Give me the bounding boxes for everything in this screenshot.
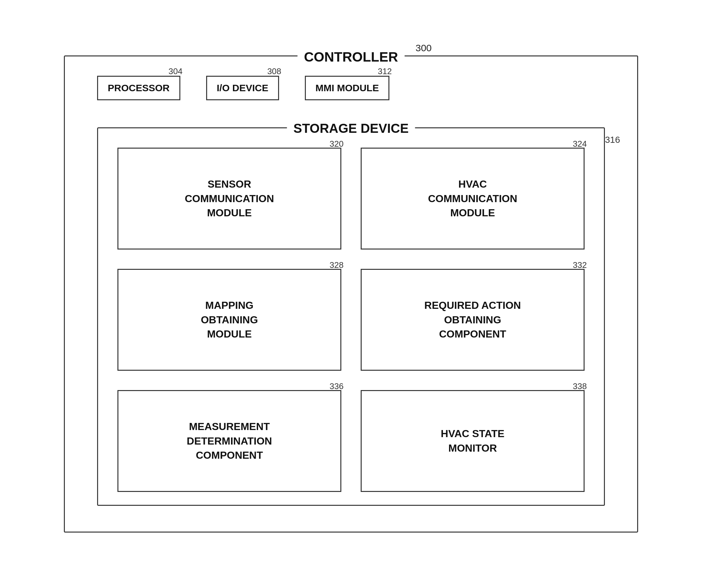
mmi-module-ref: 312 <box>378 66 392 77</box>
storage-label: STORAGE DEVICE <box>287 121 415 136</box>
storage-ref: 316 <box>605 135 620 145</box>
io-device-label: I/O DEVICE <box>217 83 268 93</box>
io-device-ref: 308 <box>267 66 281 77</box>
hvac-comm-module-box: 324 HVACCOMMUNICATIONMODULE <box>361 148 585 250</box>
diagram: 300 CONTROLLER 304 PROCESSOR 308 I/O DEV… <box>44 36 658 552</box>
sensor-comm-ref: 320 <box>330 139 344 149</box>
ref-300: 300 <box>416 42 432 53</box>
sensor-comm-label: SENSORCOMMUNICATIONMODULE <box>185 177 274 220</box>
measurement-determination-label: MEASUREMENTDETERMINATIONCOMPONENT <box>187 419 272 463</box>
measurement-determination-ref: 336 <box>330 381 344 391</box>
processor-box: 304 PROCESSOR <box>97 76 180 100</box>
io-device-box: 308 I/O DEVICE <box>206 76 279 100</box>
hvac-comm-label: HVACCOMMUNICATIONMODULE <box>428 177 517 220</box>
mapping-obtaining-label: MAPPINGOBTAININGMODULE <box>201 298 258 341</box>
required-action-ref: 332 <box>573 260 587 270</box>
processor-label: PROCESSOR <box>108 83 170 93</box>
hvac-state-module-box: 338 HVAC STATEMONITOR <box>361 390 585 492</box>
hvac-state-label: HVAC STATEMONITOR <box>441 427 504 455</box>
storage-device-box: STORAGE DEVICE 316 320 SENSORCOMMUNICATI… <box>97 127 605 506</box>
hvac-comm-ref: 324 <box>573 139 587 149</box>
required-action-module-box: 332 REQUIRED ACTIONOBTAININGCOMPONENT <box>361 269 585 371</box>
controller-box: CONTROLLER 304 PROCESSOR 308 I/O DEVICE … <box>64 55 638 533</box>
mmi-module-box: 312 MMI MODULE <box>305 76 390 100</box>
hvac-state-ref: 338 <box>573 381 587 391</box>
required-action-label: REQUIRED ACTIONOBTAININGCOMPONENT <box>424 298 521 341</box>
controller-label: CONTROLLER <box>298 49 404 65</box>
sensor-comm-module-box: 320 SENSORCOMMUNICATIONMODULE <box>117 148 341 250</box>
mapping-obtaining-module-box: 328 MAPPINGOBTAININGMODULE <box>117 269 341 371</box>
mapping-obtaining-ref: 328 <box>330 260 344 270</box>
mmi-module-label: MMI MODULE <box>316 83 379 93</box>
top-components-row: 304 PROCESSOR 308 I/O DEVICE 312 MMI MOD… <box>65 76 637 100</box>
measurement-determination-module-box: 336 MEASUREMENTDETERMINATIONCOMPONENT <box>117 390 341 492</box>
modules-grid: 320 SENSORCOMMUNICATIONMODULE 324 HVACCO… <box>117 148 585 492</box>
processor-ref: 304 <box>168 66 182 77</box>
